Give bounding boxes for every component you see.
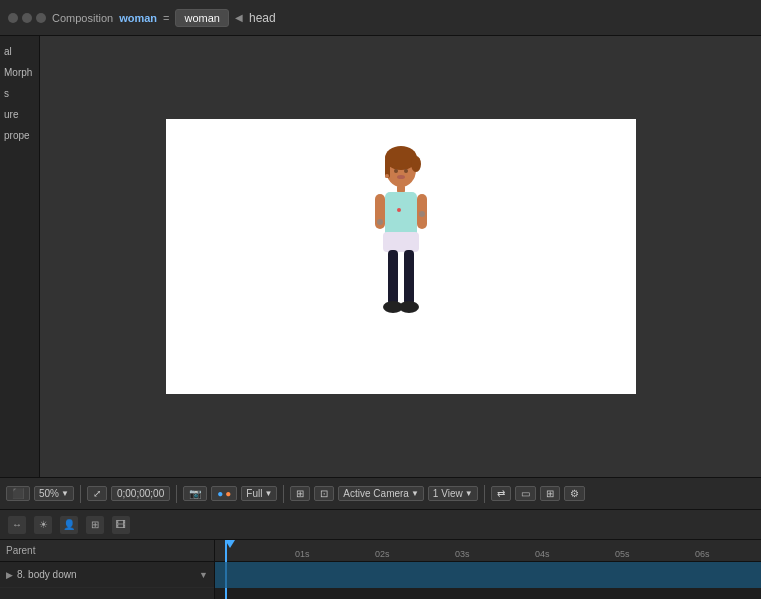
person-icon: 👤 xyxy=(63,519,75,530)
sep4 xyxy=(484,485,485,503)
timeline-header-parent: Parent xyxy=(0,540,214,562)
arrow-tool-icon: ↔ xyxy=(12,519,22,530)
timeline-body: Parent ▶ 8. body down ▼ 01s 02s 03s xyxy=(0,540,761,599)
view-label: 1 View xyxy=(433,488,463,499)
minimize-dot xyxy=(22,13,32,23)
camera-caret-icon: ▼ xyxy=(411,489,419,498)
layer-dropdown-icon[interactable]: ▼ xyxy=(199,570,208,580)
window-controls xyxy=(8,13,46,23)
resolution-btn[interactable]: ⬛ xyxy=(6,486,30,501)
svg-point-18 xyxy=(385,174,389,178)
layout2-icon: ⊞ xyxy=(546,488,554,499)
ruler-mark-05s: 05s xyxy=(615,540,630,561)
settings-btn[interactable]: ⚙ xyxy=(564,486,585,501)
timecode-btn[interactable]: 0;00;00;00 xyxy=(111,486,170,501)
svg-point-15 xyxy=(399,301,419,313)
left-sidebar: al Morph s ure prope xyxy=(0,36,40,477)
zoom-label: 50% xyxy=(39,488,59,499)
svg-point-17 xyxy=(419,211,425,217)
svg-rect-7 xyxy=(397,185,405,193)
grid-icon: ⊞ xyxy=(296,488,304,499)
ruler-mark-06s: 06s xyxy=(695,540,710,561)
timeline-area: ↔ ☀ 👤 ⊞ 🎞 Parent ▶ 8. body down ▼ xyxy=(0,509,761,599)
status-toolbar: ⬛ 50% ▼ ⤢ 0;00;00;00 📷 ● ● Full ▼ ⊞ ⊡ Ac… xyxy=(0,477,761,509)
parent-label: Parent xyxy=(6,545,35,556)
svg-rect-11 xyxy=(383,232,419,252)
sep1 xyxy=(80,485,81,503)
swap-icon: ⇄ xyxy=(497,488,505,499)
sep2 xyxy=(176,485,177,503)
view-caret-icon: ▼ xyxy=(465,489,473,498)
tab-woman[interactable]: woman xyxy=(175,9,228,27)
top-bar: Composition woman = woman ◀ head xyxy=(0,0,761,36)
timeline-ruler: 01s 02s 03s 04s 05s 06s xyxy=(215,540,761,562)
timecode-label: 0;00;00;00 xyxy=(117,488,164,499)
expand-icon: ⤢ xyxy=(93,488,101,499)
sun-btn[interactable]: ☀ xyxy=(34,516,52,534)
camera-settings-btn[interactable]: 📷 xyxy=(183,486,207,501)
svg-point-6 xyxy=(397,175,405,179)
overlay-icon: ⊡ xyxy=(320,488,328,499)
sidebar-item-shapes[interactable]: s xyxy=(4,86,35,101)
breadcrumb-head: head xyxy=(249,11,276,25)
sun-icon: ☀ xyxy=(39,519,48,530)
camera-icon: 📷 xyxy=(189,488,201,499)
overlay-btn[interactable]: ⊡ xyxy=(314,486,334,501)
layout2-btn[interactable]: ⊞ xyxy=(540,486,560,501)
grid-timeline-icon: ⊞ xyxy=(91,519,99,530)
timeline-toolbar: ↔ ☀ 👤 ⊞ 🎞 xyxy=(0,510,761,540)
layout1-btn[interactable]: ▭ xyxy=(515,486,536,501)
film-btn[interactable]: 🎞 xyxy=(112,516,130,534)
maximize-dot xyxy=(36,13,46,23)
arrow-tool-btn[interactable]: ↔ xyxy=(8,516,26,534)
expand-btn[interactable]: ⤢ xyxy=(87,486,107,501)
settings-icon: ⚙ xyxy=(570,488,579,499)
main-area: al Morph s ure prope xyxy=(0,36,761,477)
ruler-mark-01s: 01s xyxy=(295,540,310,561)
equals-sign: = xyxy=(163,12,169,24)
quality-caret-icon: ▼ xyxy=(264,489,272,498)
sidebar-item-structure[interactable]: ure xyxy=(4,107,35,122)
timeline-track xyxy=(215,562,761,588)
comp-name: woman xyxy=(119,12,157,24)
grid-btn[interactable]: ⊞ xyxy=(290,486,310,501)
svg-point-3 xyxy=(411,156,421,172)
svg-rect-8 xyxy=(385,192,417,237)
sidebar-item-global[interactable]: al xyxy=(4,44,35,59)
timeline-left-panel: Parent ▶ 8. body down ▼ xyxy=(0,540,215,599)
zoom-caret-icon: ▼ xyxy=(61,489,69,498)
grid-timeline-btn[interactable]: ⊞ xyxy=(86,516,104,534)
svg-point-19 xyxy=(397,208,401,212)
timeline-layer-row[interactable]: ▶ 8. body down ▼ xyxy=(0,562,214,588)
color2-icon: ● xyxy=(225,488,231,499)
quality-dropdown[interactable]: Full ▼ xyxy=(241,486,277,501)
ruler-mark-02s: 02s xyxy=(375,540,390,561)
svg-rect-12 xyxy=(388,250,398,305)
camera-dropdown[interactable]: Active Camera ▼ xyxy=(338,486,424,501)
layout1-icon: ▭ xyxy=(521,488,530,499)
swap-btn[interactable]: ⇄ xyxy=(491,486,511,501)
view-dropdown[interactable]: 1 View ▼ xyxy=(428,486,478,501)
canvas-area xyxy=(40,36,761,477)
ruler-mark-03s: 03s xyxy=(455,540,470,561)
zoom-dropdown[interactable]: 50% ▼ xyxy=(34,486,74,501)
character-svg xyxy=(361,142,441,372)
layer-expand-icon[interactable]: ▶ xyxy=(6,570,13,580)
ruler-mark-04s: 04s xyxy=(535,540,550,561)
camera-dropdown-label: Active Camera xyxy=(343,488,409,499)
sidebar-item-morph[interactable]: Morph xyxy=(4,65,35,80)
film-icon: 🎞 xyxy=(116,519,126,530)
svg-point-5 xyxy=(404,169,408,173)
svg-rect-13 xyxy=(404,250,414,305)
timeline-right-panel: 01s 02s 03s 04s 05s 06s xyxy=(215,540,761,599)
color-btn[interactable]: ● ● xyxy=(211,486,237,501)
svg-point-16 xyxy=(377,219,383,225)
sidebar-item-properties[interactable]: prope xyxy=(4,128,35,143)
close-dot xyxy=(8,13,18,23)
person-btn[interactable]: 👤 xyxy=(60,516,78,534)
layer-label: 8. body down xyxy=(17,569,77,580)
svg-point-4 xyxy=(394,169,398,173)
sep3 xyxy=(283,485,284,503)
breadcrumb-arrow-icon: ◀ xyxy=(235,12,243,23)
canvas-frame xyxy=(166,119,636,394)
